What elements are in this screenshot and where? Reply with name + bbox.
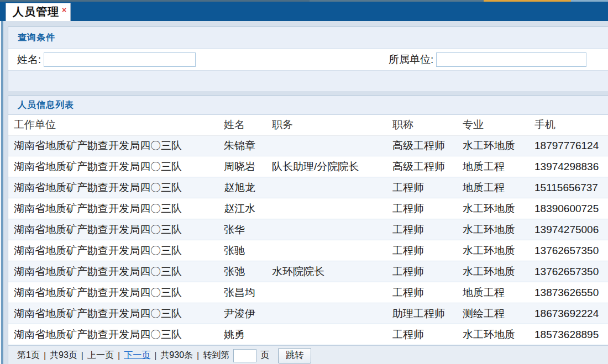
total-items-indicator: 共930条 [160,350,193,361]
tab-label: 人员管理 [13,6,59,18]
table-cell: 水工环地质 [463,240,534,261]
personnel-table: 工作单位姓名职务职称专业手机邮箱 湖南省地质矿产勘查开发局四〇三队朱锦章高级工程… [8,115,608,345]
table-cell: 水工环地质 [463,135,534,156]
jump-button[interactable]: 跳转 [278,348,311,363]
table-cell: 地质工程 [463,282,534,303]
table-cell: 尹浚伊 [224,303,272,324]
query-fields-row: 姓名: 所属单位: [8,49,608,71]
query-panel-footer [8,71,608,91]
column-header: 姓名 [224,115,272,135]
table-cell: 水工环地质 [463,324,534,345]
table-cell: 赵江水 [224,198,272,219]
left-accent-bar [1,21,3,364]
table-cell: 队长助理/分院院长 [272,156,392,177]
table-cell: 地质工程 [463,156,534,177]
table-cell: 工程师 [392,282,463,303]
column-header: 职称 [392,115,463,135]
table-cell: 18390600725 [534,198,608,219]
table-cell: 湖南省地质矿产勘查开发局四〇三队 [8,324,224,345]
list-panel-title: 人员信息列表 [18,99,74,111]
table-cell: 测绘工程 [463,303,534,324]
separator: | [154,351,156,361]
goto-page-suffix: 页 [260,350,269,361]
list-panel-header: 人员信息列表 [8,96,608,115]
table-row[interactable]: 湖南省地质矿产勘查开发局四〇三队赵旭龙工程师地质工程15115656737 [8,177,608,198]
table-cell: 水工环地质 [463,198,534,219]
tab-close-icon[interactable]: × [62,6,66,14]
table-row[interactable]: 湖南省地质矿产勘查开发局四〇三队朱锦章高级工程师水工环地质18797776124 [8,135,608,156]
table-cell: 湖南省地质矿产勘查开发局四〇三队 [8,135,224,156]
table-cell: 张弛 [224,261,272,282]
table-cell: 高级工程师 [392,135,463,156]
prev-page-link[interactable]: 上一页 [87,350,114,361]
table-cell [272,177,392,198]
table-cell: 湖南省地质矿产勘查开发局四〇三队 [8,219,224,240]
table-cell: 朱锦章 [224,135,272,156]
personnel-list-panel: 人员信息列表 工作单位姓名职务职称专业手机邮箱 湖南省地质矿产勘查开发局四〇三队… [8,96,608,364]
table-cell: 工程师 [392,198,463,219]
tab-bar: 人员管理 × [0,2,608,21]
unit-input[interactable] [436,52,586,67]
table-cell: 工程师 [392,261,463,282]
table-cell [272,282,392,303]
unit-field-label: 所属单位: [389,52,433,67]
name-field-label: 姓名: [17,52,41,67]
table-cell: 15115656737 [534,177,608,198]
table-cell [272,135,392,156]
query-panel-title: 查询条件 [18,32,55,44]
unit-field-group: 所属单位: [389,49,586,70]
table-cell: 张华 [224,219,272,240]
table-cell: 13762657350 [534,261,608,282]
table-cell: 助理工程师 [392,303,463,324]
table-cell: 湖南省地质矿产勘查开发局四〇三队 [8,303,224,324]
table-cell: 工程师 [392,240,463,261]
separator: | [197,351,199,361]
table-cell: 18797776124 [534,135,608,156]
current-page-indicator: 第1页 [17,350,40,361]
column-header: 职务 [272,115,392,135]
goto-page-input[interactable] [233,349,256,362]
table-cell: 湖南省地质矿产勘查开发局四〇三队 [8,282,224,303]
table-cell: 姚勇 [224,324,272,345]
tab-personnel-management[interactable]: 人员管理 × [6,3,71,21]
table-row[interactable]: 湖南省地质矿产勘查开发局四〇三队张弛水环院院长工程师水工环地质137626573… [8,261,608,282]
table-row[interactable]: 湖南省地质矿产勘查开发局四〇三队赵江水工程师水工环地质18390600725 [8,198,608,219]
table-cell: 高级工程师 [392,156,463,177]
table-row[interactable]: 湖南省地质矿产勘查开发局四〇三队周晓岩队长助理/分院院长高级工程师地质工程139… [8,156,608,177]
next-page-link[interactable]: 下一页 [124,350,150,361]
table-cell: 周晓岩 [224,156,272,177]
table-cell: 水工环地质 [463,261,534,282]
table-row[interactable]: 湖南省地质矿产勘查开发局四〇三队张昌均工程师地质工程13873626550 [8,282,608,303]
table-cell [272,240,392,261]
table-cell: 水工环地质 [463,219,534,240]
table-row[interactable]: 湖南省地质矿产勘查开发局四〇三队姚勇工程师水工环地质18573628895 [8,324,608,345]
table-cell [272,324,392,345]
table-cell: 湖南省地质矿产勘查开发局四〇三队 [8,198,224,219]
table-row[interactable]: 湖南省地质矿产勘查开发局四〇三队张华工程师水工环地质13974275006 [8,219,608,240]
table-cell [272,198,392,219]
table-cell: 13974275006 [534,219,608,240]
goto-page-prefix: 转到第 [203,350,229,361]
table-cell: 赵旭龙 [224,177,272,198]
table-row[interactable]: 湖南省地质矿产勘查开发局四〇三队张驰工程师水工环地质13762657350 [8,240,608,261]
query-panel: 查询条件 姓名: 所属单位: [8,27,608,91]
table-cell: 地质工程 [463,177,534,198]
pagination-bar: 第1页 | 共93页 | 上一页 | 下一页 | 共930条 | 转到第 页 跳… [8,345,608,364]
table-cell: 18573628895 [534,324,608,345]
separator: | [81,351,83,361]
name-input[interactable] [44,52,196,67]
table-cell [272,219,392,240]
content-area: 查询条件 姓名: 所属单位: 人员信息列表 工作单位姓名职务职称专业手机邮箱 [0,21,608,364]
table-cell: 工程师 [392,324,463,345]
separator: | [44,351,46,361]
app-window: 人员管理 × 查询条件 姓名: 所属单位: [0,0,608,364]
total-pages-indicator: 共93页 [50,350,77,361]
table-cell: 张昌均 [224,282,272,303]
table-cell: 工程师 [392,177,463,198]
column-header: 专业 [463,115,534,135]
table-cell: 工程师 [392,219,463,240]
table-cell: 湖南省地质矿产勘查开发局四〇三队 [8,177,224,198]
table-row[interactable]: 湖南省地质矿产勘查开发局四〇三队尹浚伊助理工程师测绘工程18673692224 [8,303,608,324]
name-field-group: 姓名: [17,49,196,70]
table-cell: 湖南省地质矿产勘查开发局四〇三队 [8,240,224,261]
